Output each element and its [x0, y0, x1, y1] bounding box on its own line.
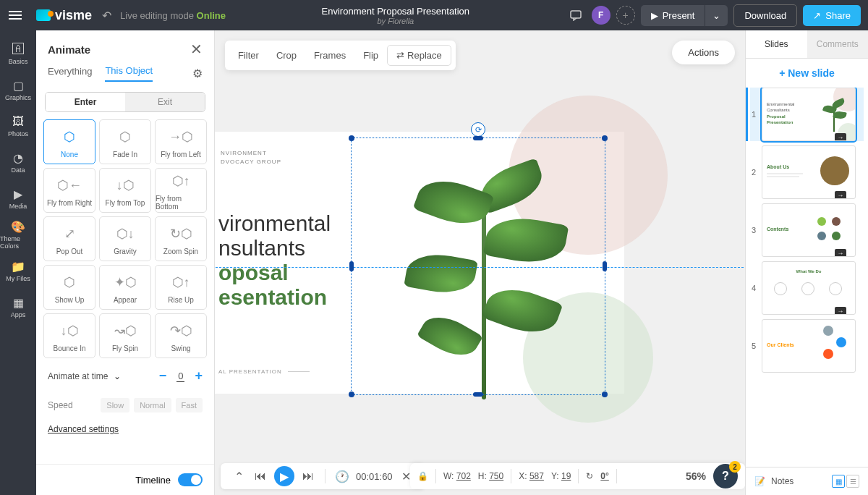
sidebar-item-graphics[interactable]: ▢Graphics — [0, 72, 36, 109]
document-title[interactable]: Environment Proposal Presentation — [226, 6, 566, 17]
prev-button[interactable]: ⏮ — [252, 468, 268, 484]
slide-thumb-4[interactable]: 4 What We Do → — [750, 261, 864, 315]
exit-button[interactable]: Exit — [125, 93, 205, 111]
document-title-block: Environment Proposal Presentation by Fio… — [226, 6, 566, 25]
chevron-down-icon[interactable]: ⌄ — [114, 371, 121, 381]
undo-icon[interactable]: ↶ — [102, 9, 111, 22]
chat-icon[interactable] — [566, 5, 586, 25]
slide-thumb-5[interactable]: 5 Our Clients — [750, 319, 864, 373]
sidebar-item-apps[interactable]: ▦Apps — [0, 289, 36, 326]
timeline-toggle[interactable] — [178, 473, 203, 486]
help-button[interactable]: ? 2 — [713, 464, 738, 488]
anim-fly-from-top[interactable]: ↓⬡Fly from Top — [99, 168, 151, 213]
resize-handle-sw[interactable] — [349, 392, 354, 397]
lock-icon[interactable]: 🔒 — [417, 471, 428, 481]
logo[interactable]: visme — [30, 8, 98, 23]
resize-handle-se[interactable] — [602, 392, 608, 397]
sidebar-item-media[interactable]: ▶Media — [0, 181, 36, 217]
zoom-level[interactable]: 56% — [686, 470, 706, 482]
width-value[interactable]: 702 — [456, 471, 471, 481]
anim-zoom-spin[interactable]: ↻⬡Zoom Spin — [155, 216, 207, 261]
left-sidebar: 🄰Basics ▢Graphics 🖼Photos ◔Data ▶Media 🎨… — [0, 30, 36, 495]
anim-fade-in[interactable]: ⬡Fade In — [99, 119, 151, 164]
tab-everything[interactable]: Everything — [48, 66, 92, 81]
anim-bounce-in[interactable]: ↓⬡Bounce In — [43, 313, 95, 358]
speed-normal[interactable]: Normal — [134, 398, 171, 412]
new-slide-button[interactable]: + New slide — [746, 59, 868, 88]
time-value[interactable]: 0 — [176, 371, 184, 382]
fly-spin-icon: ↝⬡ — [112, 320, 138, 342]
gear-icon[interactable]: ⚙ — [192, 67, 203, 80]
list-view-button[interactable]: ☰ — [846, 475, 859, 488]
anim-fly-from-left[interactable]: →⬡Fly from Left — [155, 119, 207, 164]
tab-comments[interactable]: Comments — [807, 30, 869, 58]
actions-button[interactable]: Actions — [672, 41, 735, 64]
y-value[interactable]: 19 — [561, 471, 571, 481]
chevron-down-icon: ⌄ — [712, 10, 720, 21]
anim-none[interactable]: ⬡None — [43, 119, 95, 164]
selection-box[interactable]: ⟳ — [351, 138, 605, 395]
timeline-toggle-row: Timeline — [36, 464, 214, 495]
anim-appear[interactable]: ✦⬡Appear — [99, 265, 151, 310]
resize-handle-ne[interactable] — [602, 135, 608, 141]
notes-button[interactable]: Notes — [771, 476, 793, 486]
sidebar-item-theme-colors[interactable]: 🎨Theme Colors — [0, 217, 36, 253]
slide-thumb-2[interactable]: 2 About Us → — [750, 145, 864, 199]
rotate-handle[interactable]: ⟳ — [471, 122, 485, 137]
sidebar-item-photos[interactable]: 🖼Photos — [0, 109, 36, 145]
anim-gravity[interactable]: ⬡↓Gravity — [99, 216, 151, 261]
canvas-area[interactable]: Filter Crop Frames Flip ⇄Replace Actions… — [215, 30, 745, 495]
share-button[interactable]: ↗ Share — [803, 5, 861, 26]
tab-slides[interactable]: Slides — [746, 30, 807, 58]
resize-handle-s[interactable] — [473, 392, 483, 397]
resize-handle-nw[interactable] — [349, 135, 354, 141]
sidebar-item-my-files[interactable]: 📁My Files — [0, 253, 36, 289]
slides-list[interactable]: 1 EnvironmentalConsultantsProposalPresen… — [746, 88, 868, 467]
increase-time-button[interactable]: + — [195, 368, 203, 384]
x-value[interactable]: 587 — [529, 471, 544, 481]
speed-fast[interactable]: Fast — [176, 398, 203, 412]
present-dropdown[interactable]: ⌄ — [705, 5, 728, 26]
play-button[interactable]: ▶ — [274, 466, 294, 486]
grid-view-button[interactable]: ▦ — [832, 475, 845, 488]
height-value[interactable]: 750 — [489, 471, 503, 481]
speed-slow[interactable]: Slow — [101, 398, 129, 412]
expand-icon: ⤢ — [56, 223, 82, 245]
download-button[interactable]: Download — [733, 4, 797, 27]
anim-fly-from-right[interactable]: ⬡←Fly from Right — [43, 168, 95, 213]
slide-thumb-1[interactable]: 1 EnvironmentalConsultantsProposalPresen… — [750, 88, 864, 141]
anim-show-up[interactable]: ⬡Show Up — [43, 265, 95, 310]
sidebar-item-data[interactable]: ◔Data — [0, 145, 36, 181]
anim-rise-up[interactable]: ⬡↑Rise Up — [155, 265, 207, 310]
avatar[interactable]: F — [592, 6, 610, 25]
frames-button[interactable]: Frames — [305, 45, 354, 66]
collapse-icon[interactable]: ⌃ — [231, 468, 247, 484]
anim-pop-out[interactable]: ⤢Pop Out — [43, 216, 95, 261]
arrow-icon: → — [835, 191, 846, 199]
rotate-icon[interactable]: ↻ — [586, 471, 593, 481]
present-button[interactable]: ▶ Present — [641, 5, 705, 26]
advanced-settings-link[interactable]: Advanced settings — [36, 417, 214, 441]
slide-title: vironmental nsultants oposal esentation — [218, 211, 331, 310]
decrease-time-button[interactable]: − — [159, 368, 167, 384]
filter-button[interactable]: Filter — [229, 45, 268, 66]
anim-fly-from-bottom[interactable]: ⬡↑Fly from Bottom — [155, 168, 207, 213]
crop-button[interactable]: Crop — [268, 45, 305, 66]
next-button[interactable]: ⏭ — [300, 468, 316, 484]
sidebar-item-basics[interactable]: 🄰Basics — [0, 36, 36, 72]
menu-button[interactable] — [0, 0, 30, 30]
resize-handle-e[interactable] — [603, 261, 607, 271]
anim-swing[interactable]: ↷⬡Swing — [155, 313, 207, 358]
replace-button[interactable]: ⇄Replace — [387, 45, 451, 66]
resize-handle-n[interactable] — [473, 136, 483, 140]
add-collaborator-button[interactable]: + — [616, 6, 635, 25]
flip-button[interactable]: Flip — [354, 45, 387, 66]
document-author: by Fiorella — [226, 17, 566, 25]
tab-this-object[interactable]: This Object — [105, 65, 153, 82]
resize-handle-w[interactable] — [349, 261, 354, 271]
slide-thumb-3[interactable]: 3 Contents → — [750, 203, 864, 257]
anim-fly-spin[interactable]: ↝⬡Fly Spin — [99, 313, 151, 358]
close-icon[interactable]: ✕ — [190, 41, 203, 58]
enter-button[interactable]: Enter — [46, 93, 125, 111]
angle-value[interactable]: 0° — [600, 471, 608, 481]
